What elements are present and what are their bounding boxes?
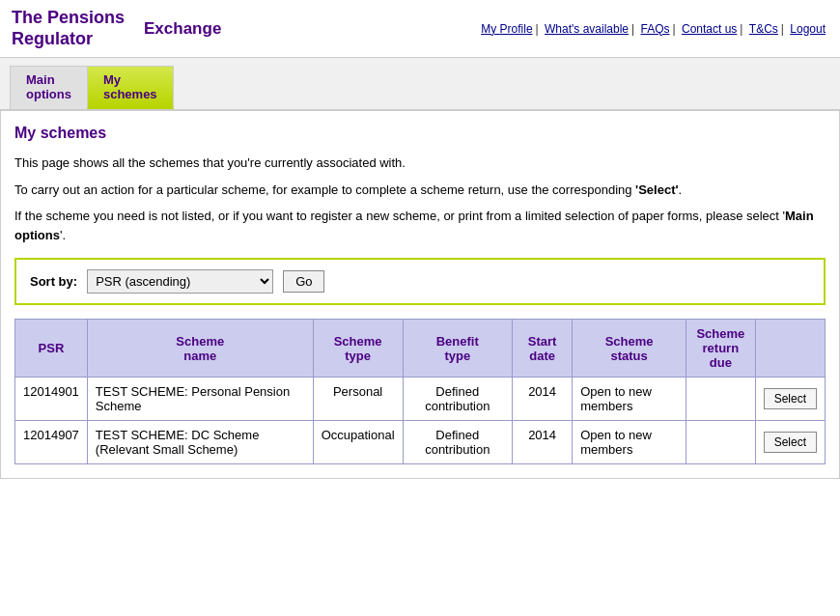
cell-benefit-type: Defined contribution xyxy=(403,421,512,464)
cell-action: Select xyxy=(755,378,825,421)
tab-my-schemes-label: Myschemes xyxy=(103,72,157,101)
tandc-link[interactable]: T&Cs xyxy=(749,22,778,36)
whats-available-link[interactable]: What's available xyxy=(545,22,629,36)
cell-start-date: 2014 xyxy=(512,378,572,421)
info3-pre: If the scheme you need is not listed, or… xyxy=(14,209,785,223)
logo-line2: Regulator xyxy=(12,29,93,48)
exchange-label: Exchange xyxy=(144,19,221,39)
sort-bar: Sort by: PSR (ascending)PSR (descending)… xyxy=(14,258,826,305)
table-row: 12014907TEST SCHEME: DC Scheme (Relevant… xyxy=(15,421,826,464)
info-text-1: This page shows all the schemes that you… xyxy=(14,154,826,173)
schemes-tbody: 12014901TEST SCHEME: Personal Pension Sc… xyxy=(15,378,826,464)
top-nav: My Profile| What's available| FAQs| Cont… xyxy=(478,22,828,36)
select-button-0[interactable]: Select xyxy=(764,388,817,409)
tab-main-options[interactable]: Mainoptions xyxy=(10,66,87,109)
th-psr: PSR xyxy=(15,320,88,378)
cell-psr: 12014907 xyxy=(15,421,88,464)
logo-text: The Pensions Regulator xyxy=(12,8,125,49)
header: The Pensions Regulator Exchange My Profi… xyxy=(0,0,840,58)
logout-link[interactable]: Logout xyxy=(790,22,826,36)
table-header-row: PSR Schemename Schemetype Benefittype St… xyxy=(15,320,826,378)
th-action xyxy=(755,320,825,378)
cell-scheme-return-due xyxy=(686,421,756,464)
th-benefit-type: Benefittype xyxy=(403,320,512,378)
info2-bold: 'Select' xyxy=(635,182,678,197)
th-start-date: Start date xyxy=(512,320,572,378)
main-content: My schemes This page shows all the schem… xyxy=(0,110,840,479)
cell-scheme-type: Occupational xyxy=(313,421,403,464)
tabs-area: Mainoptions Myschemes xyxy=(0,58,840,110)
logo-line1: The Pensions xyxy=(12,8,125,27)
contact-us-link[interactable]: Contact us xyxy=(682,22,737,36)
sort-select[interactable]: PSR (ascending)PSR (descending)Scheme na… xyxy=(87,269,273,294)
th-scheme-status: Schemestatus xyxy=(573,320,686,378)
cell-scheme-name: TEST SCHEME: Personal Pension Scheme xyxy=(87,378,313,421)
tab-my-schemes[interactable]: Myschemes xyxy=(87,66,174,109)
faqs-link[interactable]: FAQs xyxy=(641,22,670,36)
schemes-table: PSR Schemename Schemetype Benefittype St… xyxy=(14,319,826,464)
go-button[interactable]: Go xyxy=(283,270,324,293)
info2-post: . xyxy=(679,182,683,197)
tab-main-options-label: Mainoptions xyxy=(26,72,71,101)
th-scheme-name: Schemename xyxy=(87,320,313,378)
cell-scheme-status: Open to new members xyxy=(573,421,686,464)
cell-benefit-type: Defined contribution xyxy=(403,378,512,421)
cell-start-date: 2014 xyxy=(512,421,572,464)
my-profile-link[interactable]: My Profile xyxy=(481,22,532,36)
info3-post: '. xyxy=(60,228,66,242)
logo-area: The Pensions Regulator Exchange xyxy=(12,8,221,49)
cell-action: Select xyxy=(755,421,825,464)
cell-psr: 12014901 xyxy=(15,378,88,421)
cell-scheme-name: TEST SCHEME: DC Scheme (Relevant Small S… xyxy=(87,421,313,464)
info2-pre: To carry out an action for a particular … xyxy=(14,182,635,197)
cell-scheme-return-due xyxy=(686,378,756,421)
cell-scheme-status: Open to new members xyxy=(573,378,686,421)
th-scheme-type: Schemetype xyxy=(313,320,403,378)
cell-scheme-type: Personal xyxy=(313,378,403,421)
select-button-1[interactable]: Select xyxy=(764,432,817,453)
info-text-3: If the scheme you need is not listed, or… xyxy=(14,207,826,244)
table-row: 12014901TEST SCHEME: Personal Pension Sc… xyxy=(15,378,826,421)
page-title: My schemes xyxy=(14,125,826,142)
sort-label: Sort by: xyxy=(30,274,77,289)
th-scheme-return-due: Schemereturn due xyxy=(686,320,756,378)
info-text-2: To carry out an action for a particular … xyxy=(14,181,826,200)
